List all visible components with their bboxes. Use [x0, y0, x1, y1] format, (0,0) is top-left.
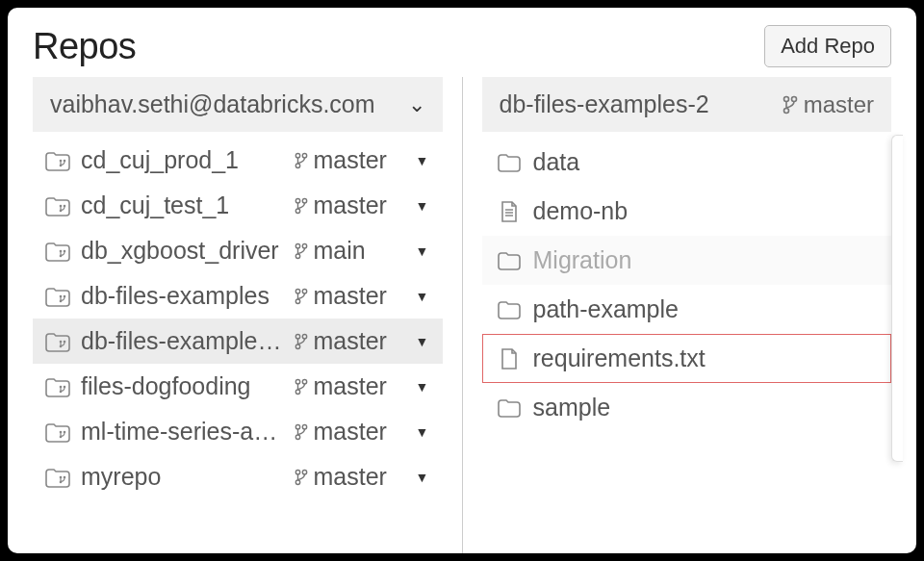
svg-point-17	[295, 254, 299, 258]
caret-down-icon[interactable]: ▼	[414, 379, 431, 395]
user-selector[interactable]: vaibhav.sethi@databricks.com ⌄	[33, 77, 443, 132]
repo-row[interactable]: myrepomaster▼	[33, 454, 443, 499]
repo-name: db-files-examples-2	[500, 90, 709, 118]
svg-point-47	[295, 480, 299, 484]
repo-folder-icon	[44, 375, 71, 398]
svg-point-22	[302, 289, 306, 293]
repo-folder-icon	[44, 149, 71, 172]
repos-window: Repos Add Repo vaibhav.sethi@databricks.…	[8, 8, 916, 553]
svg-point-33	[295, 379, 299, 383]
repo-folder-icon	[44, 421, 71, 444]
branch-selector[interactable]: master	[295, 372, 408, 400]
repo-name: myrepo	[81, 463, 289, 491]
branch-selector[interactable]: master	[295, 191, 408, 219]
caret-down-icon[interactable]: ▼	[414, 334, 431, 349]
branch-selector[interactable]: master	[295, 463, 408, 491]
svg-point-19	[64, 294, 66, 297]
user-email: vaibhav.sethi@databricks.com	[50, 90, 375, 118]
svg-point-24	[60, 340, 63, 343]
branch-selector[interactable]: master	[295, 418, 408, 446]
svg-point-45	[295, 470, 299, 473]
folder-icon	[497, 151, 522, 174]
repo-list: cd_cuj_prod_1master▼cd_cuj_test_1master▼…	[33, 138, 443, 499]
item-name: demo-nb	[533, 197, 629, 225]
branch-name: master	[314, 418, 387, 446]
svg-point-21	[295, 289, 299, 293]
svg-point-41	[295, 435, 299, 439]
svg-point-23	[295, 299, 299, 303]
repo-row[interactable]: db-files-example…master▼	[33, 319, 443, 364]
repo-name: db-files-examples	[81, 282, 289, 310]
item-name: data	[533, 148, 580, 176]
repo-name: files-dogfooding	[81, 372, 289, 400]
popover-edge	[891, 135, 903, 462]
file-list: datademo-nbMigrationpath-examplerequirem…	[482, 138, 892, 432]
branch-name: master	[314, 463, 387, 491]
branch-name: master	[804, 91, 874, 118]
svg-point-46	[302, 470, 306, 473]
repo-row[interactable]: db-files-examplesmaster▼	[33, 273, 443, 319]
svg-point-0	[60, 159, 63, 162]
branch-selector[interactable]: master	[783, 91, 874, 118]
branch-selector[interactable]: master	[295, 282, 408, 310]
repo-folder-icon	[44, 466, 71, 489]
branch-name: master	[314, 327, 387, 355]
branch-name: master	[314, 191, 387, 219]
repo-name: cd_cuj_prod_1	[81, 146, 289, 174]
caret-down-icon[interactable]: ▼	[414, 153, 431, 168]
right-panel: db-files-examples-2 master datademo-nbMi…	[463, 77, 892, 553]
item-name: sample	[533, 394, 611, 421]
svg-point-31	[64, 385, 66, 388]
notebook-icon	[497, 200, 522, 223]
repo-row[interactable]: files-dogfoodingmaster▼	[33, 364, 443, 409]
caret-down-icon[interactable]: ▼	[414, 198, 431, 214]
repo-header: db-files-examples-2 master	[482, 77, 892, 132]
caret-down-icon[interactable]: ▼	[414, 470, 431, 485]
header: Repos Add Repo	[8, 8, 916, 77]
svg-point-15	[295, 243, 299, 247]
branch-selector[interactable]: main	[295, 237, 408, 265]
left-panel: vaibhav.sethi@databricks.com ⌄ cd_cuj_pr…	[33, 77, 463, 553]
svg-point-35	[295, 390, 299, 394]
folder-row[interactable]: sample	[482, 383, 892, 432]
svg-point-36	[60, 430, 63, 433]
branch-selector[interactable]: master	[295, 327, 408, 355]
svg-point-27	[295, 334, 299, 338]
repo-folder-icon	[44, 240, 71, 263]
repo-row[interactable]: cd_cuj_prod_1master▼	[33, 138, 443, 183]
file-icon	[497, 347, 522, 370]
branch-name: master	[314, 146, 387, 174]
svg-point-3	[295, 153, 299, 157]
svg-point-13	[64, 249, 66, 252]
folder-icon	[497, 249, 522, 272]
svg-point-37	[64, 430, 66, 433]
svg-point-50	[783, 108, 788, 113]
item-name: Migration	[533, 246, 632, 274]
repo-row[interactable]: db_xgboost_drivermain▼	[33, 228, 443, 273]
file-row[interactable]: requirements.txt	[482, 334, 892, 383]
folder-row[interactable]: data	[482, 138, 892, 187]
svg-point-43	[64, 475, 66, 478]
svg-point-7	[64, 204, 66, 207]
repo-row[interactable]: cd_cuj_test_1master▼	[33, 183, 443, 228]
caret-down-icon[interactable]: ▼	[414, 289, 431, 304]
caret-down-icon[interactable]: ▼	[414, 424, 431, 440]
svg-point-5	[295, 164, 299, 167]
folder-icon	[497, 396, 522, 420]
chevron-down-icon: ⌄	[408, 92, 425, 117]
caret-down-icon[interactable]: ▼	[414, 243, 431, 259]
branch-selector[interactable]: master	[295, 146, 408, 174]
svg-point-39	[295, 424, 299, 428]
add-repo-button[interactable]: Add Repo	[764, 25, 891, 67]
folder-row[interactable]: path-example	[482, 285, 892, 334]
svg-point-4	[302, 153, 306, 157]
folder-row[interactable]: Migration	[482, 236, 892, 285]
svg-point-49	[791, 96, 796, 101]
item-name: path-example	[533, 295, 679, 323]
svg-point-25	[64, 340, 66, 343]
repo-row[interactable]: ml-time-series-a…master▼	[33, 409, 443, 454]
notebook-row[interactable]: demo-nb	[482, 187, 892, 236]
branch-name: master	[314, 282, 387, 310]
svg-point-48	[783, 96, 788, 101]
columns: vaibhav.sethi@databricks.com ⌄ cd_cuj_pr…	[8, 77, 916, 553]
